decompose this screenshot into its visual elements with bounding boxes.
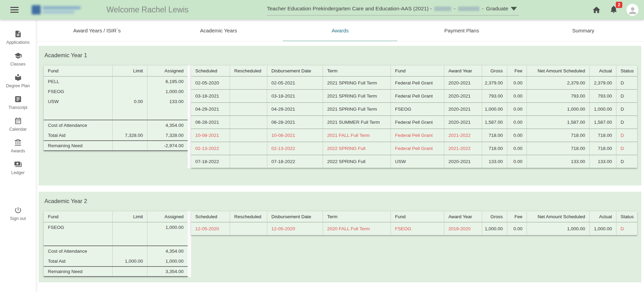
power-icon: [14, 206, 22, 214]
tab-payment-plans[interactable]: Payment Plans: [401, 20, 522, 41]
disbursement-award-year: 2021-2022: [444, 142, 482, 155]
disbursement-fee: 0.00: [507, 155, 527, 168]
disbursement-actual: 133.00: [590, 155, 616, 168]
tab-academic-years[interactable]: Academic Years: [158, 20, 279, 41]
disbursement-term: 2021 SPRING Full Term: [323, 90, 391, 102]
disbursement-status: D: [616, 142, 637, 155]
disbursement-rescheduled: [230, 77, 267, 89]
total-limit: [113, 246, 147, 256]
fund-limit: [113, 77, 147, 87]
summary-remaining-row: Remaining Need3,354.00: [44, 267, 188, 277]
graduation-cap-icon: [14, 52, 22, 60]
hamburger-menu-icon[interactable]: [10, 6, 19, 14]
disbursement-term: 2021 SPRING Full Term: [323, 103, 391, 115]
empty-cell: [113, 232, 147, 245]
disbursement-status: D: [616, 116, 637, 129]
top-header: Welcome Rachel Lewis Teacher Education P…: [0, 0, 644, 20]
sidebar-item-label: Calendar: [9, 127, 27, 132]
disbursement-award-year: 2021-2022: [444, 129, 482, 142]
academic-year-panel: Academic Year 1 FundLimitAssigned PELL6,…: [39, 46, 641, 185]
fund-row: PELL6,195.00: [44, 77, 188, 87]
disbursement-term: 2020 FALL Full Term: [323, 222, 391, 235]
disbursement-column-header: Term: [323, 211, 391, 222]
disbursement-status: D: [616, 77, 637, 89]
main-area: Award Years / ISIR`sAcademic YearsAwards…: [36, 20, 644, 292]
disbursement-status: D: [616, 155, 637, 168]
disbursement-row[interactable]: 06-28-202106-28-20212021 SUMMER Full Ter…: [191, 116, 637, 129]
fund-assigned: 1,000.00: [147, 87, 188, 97]
sidebar-item-awards[interactable]: Awards: [0, 139, 36, 153]
sidebar-item-transcript[interactable]: Transcript: [0, 95, 36, 110]
sidebar-sign-out[interactable]: Sign out: [0, 206, 36, 221]
disbursement-row[interactable]: 12-05-202012-05-20202020 FALL Full TermF…: [191, 222, 637, 235]
disbursement-column-header: Fund: [391, 66, 444, 76]
calendar-icon: [14, 117, 22, 125]
total-row: Cost of Attendance4,354.00: [44, 120, 188, 130]
user-avatar[interactable]: [626, 4, 638, 16]
disbursement-column-header: Disbursement Date: [267, 211, 323, 222]
disbursement-gross: 1,000.00: [482, 222, 507, 235]
disbursement-row[interactable]: 07-18-202207-18-20222022 SPRING FullUSW2…: [191, 155, 637, 168]
disbursement-term: 2022 SPRING Full: [323, 142, 391, 155]
sidebar-item-ledger[interactable]: Ledger: [0, 160, 36, 175]
disbursement-column-header: Scheduled: [191, 211, 230, 222]
tab-award-years-isir-s[interactable]: Award Years / ISIR`s: [36, 20, 158, 41]
disbursement-fund: Federal Pell Grant: [391, 142, 444, 155]
disbursement-column-header: Status: [616, 211, 637, 222]
sidebar-item-label: Applications: [6, 40, 29, 45]
program-dropdown-text: Teacher Education Prekindergarten Care a…: [267, 6, 432, 12]
redacted-text-block: [434, 7, 451, 11]
disbursement-row[interactable]: 04-29-202104-29-20212021 SPRING Full Ter…: [191, 103, 637, 116]
remaining-need-assigned: -2,974.00: [147, 141, 188, 150]
empty-cell: [113, 107, 147, 120]
disbursement-award-year: 2019-2020: [444, 222, 482, 235]
disbursement-disbursement-date: 10-08-2021: [267, 129, 323, 142]
notifications-button[interactable]: 2: [609, 5, 618, 15]
disbursement-row[interactable]: 10-08-202110-08-20212021 FALL Full TermF…: [191, 129, 637, 142]
chevron-down-icon: [511, 7, 517, 11]
fund-name: FSEOG: [44, 87, 113, 97]
tab-awards[interactable]: Awards: [279, 20, 401, 41]
disbursement-net: 793.00: [527, 90, 590, 102]
disbursement-fee: 0.00: [507, 222, 527, 235]
tables-divider: [188, 66, 191, 168]
sidebar-item-calendar[interactable]: Calendar: [0, 117, 36, 132]
disbursement-actual: 1,587.00: [590, 116, 616, 129]
sidebar-item-classes[interactable]: Classes: [0, 52, 36, 67]
disbursement-row[interactable]: 03-18-202103-18-20212021 SPRING Full Ter…: [191, 90, 637, 103]
total-row: Total Aid7,328.007,328.00: [44, 130, 188, 140]
disbursement-actual: 2,379.00: [590, 77, 616, 89]
sidebar-nav: ApplicationsClassesDegree PlanTranscript…: [0, 20, 36, 292]
disbursement-fee: 0.00: [507, 103, 527, 115]
fund-summary-table: FundLimitAssigned PELL6,195.00FSEOG1,000…: [44, 66, 188, 151]
disbursement-fee: 0.00: [507, 116, 527, 129]
disbursement-rescheduled: [230, 142, 267, 155]
disbursement-gross: 1,587.00: [482, 116, 507, 129]
disbursement-scheduled: 03-18-2021: [191, 90, 230, 102]
disbursement-rescheduled: [230, 103, 267, 115]
disbursement-award-year: 2020-2021: [444, 103, 482, 115]
tab-summary[interactable]: Summary: [522, 20, 644, 41]
sidebar-item-degree-plan[interactable]: Degree Plan: [0, 73, 36, 88]
program-dropdown[interactable]: Teacher Education Prekindergarten Care a…: [267, 6, 519, 16]
disbursement-actual: 793.00: [590, 90, 616, 102]
disbursement-header-row: ScheduledRescheduledDisbursement DateTer…: [191, 66, 637, 77]
disbursement-gross: 718.00: [482, 129, 507, 142]
disbursement-row[interactable]: 02-13-202202-13-20222022 SPRING FullFede…: [191, 142, 637, 155]
disbursement-status: D: [616, 222, 637, 235]
disbursement-fund: Federal Pell Grant: [391, 129, 444, 142]
disbursement-column-header: Scheduled: [191, 66, 230, 76]
fund-row: FSEOG1,000.00: [44, 222, 188, 232]
tables-divider: [188, 211, 191, 277]
total-label: Total Aid: [44, 130, 113, 140]
disbursement-rows: 12-05-202012-05-20202020 FALL Full TermF…: [191, 222, 637, 235]
disbursement-gross: 2,379.00: [482, 77, 507, 89]
disbursement-column-header: Gross: [482, 211, 507, 222]
disbursement-scheduled: 02-13-2022: [191, 142, 230, 155]
disbursement-actual: 1,000.00: [590, 103, 616, 115]
disbursement-row[interactable]: 02-05-202002-05-20212021 SPRING Full Ter…: [191, 77, 637, 90]
disbursement-disbursement-date: 02-13-2022: [267, 142, 323, 155]
home-icon[interactable]: [592, 6, 601, 14]
fund-limit: 0.00: [113, 97, 147, 107]
sidebar-item-applications[interactable]: Applications: [0, 30, 36, 45]
